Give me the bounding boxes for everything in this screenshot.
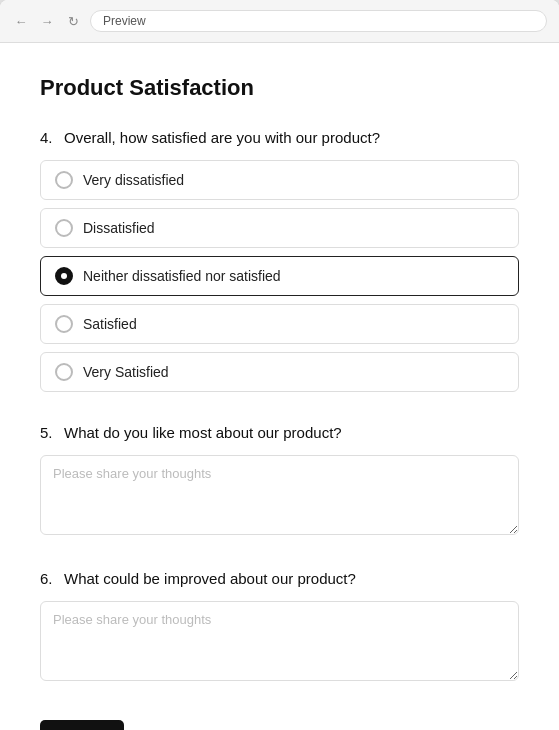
question-4-text: Overall, how satisfied are you with our … — [64, 129, 380, 146]
page-content: Product Satisfaction 4. Overall, how sat… — [0, 43, 559, 730]
radio-option-neither[interactable]: Neither dissatisfied nor satisfied — [40, 256, 519, 296]
radio-label-very-dissatisfied: Very dissatisfied — [83, 172, 184, 188]
question-6-label: 6. What could be improved about our prod… — [40, 570, 519, 587]
question-6-text: What could be improved about our product… — [64, 570, 356, 587]
refresh-button[interactable]: ↻ — [64, 12, 82, 30]
radio-circle-satisfied — [55, 315, 73, 333]
browser-window: ← → ↻ Preview Product Satisfaction 4. Ov… — [0, 0, 559, 730]
back-button[interactable]: ← — [12, 12, 30, 30]
radio-label-satisfied: Satisfied — [83, 316, 137, 332]
submit-button[interactable]: Submit — [40, 720, 124, 730]
question-4-num: 4. — [40, 129, 60, 146]
radio-option-dissatisfied[interactable]: Dissatisfied — [40, 208, 519, 248]
browser-bar: ← → ↻ Preview — [0, 0, 559, 43]
page-title: Product Satisfaction — [40, 75, 519, 101]
forward-button[interactable]: → — [38, 12, 56, 30]
question-5-block: 5. What do you like most about our produ… — [40, 424, 519, 538]
question-6-block: 6. What could be improved about our prod… — [40, 570, 519, 684]
question-4-block: 4. Overall, how satisfied are you with o… — [40, 129, 519, 392]
radio-circle-neither — [55, 267, 73, 285]
radio-circle-very-dissatisfied — [55, 171, 73, 189]
radio-label-neither: Neither dissatisfied nor satisfied — [83, 268, 281, 284]
address-bar[interactable]: Preview — [90, 10, 547, 32]
radio-circle-dissatisfied — [55, 219, 73, 237]
radio-option-very-satisfied[interactable]: Very Satisfied — [40, 352, 519, 392]
question-5-textarea[interactable] — [40, 455, 519, 535]
question-5-text: What do you like most about our product? — [64, 424, 342, 441]
radio-circle-very-satisfied — [55, 363, 73, 381]
radio-label-dissatisfied: Dissatisfied — [83, 220, 155, 236]
question-5-label: 5. What do you like most about our produ… — [40, 424, 519, 441]
radio-label-very-satisfied: Very Satisfied — [83, 364, 169, 380]
radio-option-very-dissatisfied[interactable]: Very dissatisfied — [40, 160, 519, 200]
question-5-num: 5. — [40, 424, 60, 441]
radio-option-satisfied[interactable]: Satisfied — [40, 304, 519, 344]
question-6-textarea[interactable] — [40, 601, 519, 681]
question-4-label: 4. Overall, how satisfied are you with o… — [40, 129, 519, 146]
question-6-num: 6. — [40, 570, 60, 587]
